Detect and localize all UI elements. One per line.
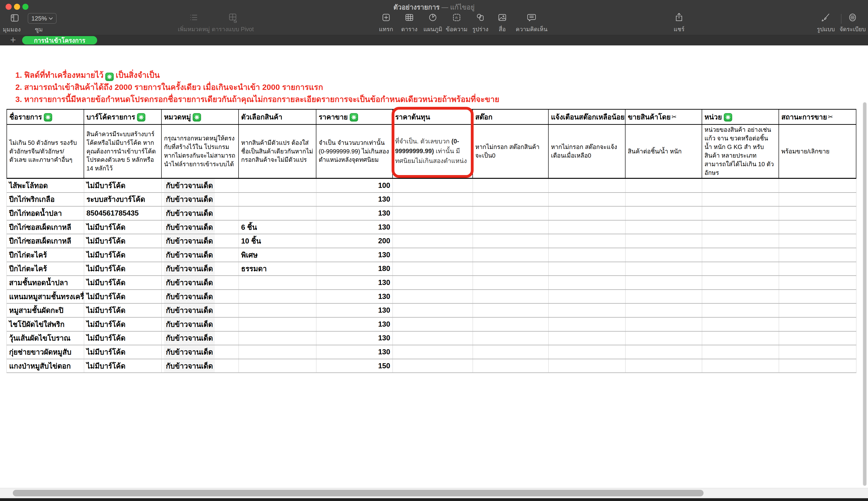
table-cell[interactable]: ระบบสร้างบาร์โค้ด	[84, 193, 162, 207]
column-header[interactable]: ราคาต้นทุน	[393, 110, 473, 125]
media-button[interactable]: สื่อ	[497, 12, 508, 34]
table-cell[interactable]	[239, 303, 316, 318]
table-cell[interactable]	[239, 193, 316, 207]
sheet-tab-active[interactable]: การนำเข้าโครงการ	[22, 36, 97, 44]
table-cell[interactable]: ไม่มีบาร์โค้ด	[84, 234, 162, 248]
table-cell[interactable]	[702, 290, 779, 304]
table-cell[interactable]	[702, 179, 779, 193]
table-button[interactable]: ตาราง	[401, 12, 417, 34]
table-cell[interactable]: 150	[316, 359, 393, 373]
table-cell[interactable]: สามชั้นทอดน้ำปลา	[7, 276, 84, 290]
table-cell[interactable]	[393, 318, 473, 331]
format-button[interactable]: รูปแบบ	[817, 12, 835, 34]
column-header[interactable]: ขายสินค้าโดย✂	[626, 110, 702, 125]
table-cell[interactable]: ไม่มีบาร์โค้ด	[84, 318, 162, 331]
shape-button[interactable]: รูปร่าง	[472, 12, 489, 34]
column-header[interactable]: สถานะการขาย✂	[779, 110, 856, 125]
view-button[interactable]	[9, 13, 20, 24]
table-cell[interactable]	[393, 331, 473, 345]
table-cell[interactable]	[473, 290, 548, 304]
table-cell[interactable]: ไม่มีบาร์โค้ด	[84, 303, 162, 318]
table-cell[interactable]: ไม่มีบาร์โค้ด	[84, 345, 162, 359]
table-cell[interactable]: ไม่มีบาร์โค้ด	[84, 290, 162, 304]
column-header[interactable]: แจ้งเตือนสต๊อกเหลือน้อย	[548, 110, 626, 125]
table-cell[interactable]	[779, 290, 856, 304]
table-cell[interactable]	[626, 179, 702, 193]
table-cell[interactable]: 130	[316, 345, 393, 359]
table-cell[interactable]	[548, 262, 626, 276]
table-cell[interactable]	[702, 345, 779, 359]
table-cell[interactable]	[548, 345, 626, 359]
table-cell[interactable]	[473, 359, 548, 373]
column-header[interactable]: ชื่อรายการ	[7, 110, 84, 125]
table-cell[interactable]: ไม่มีบาร์โค้ด	[84, 179, 162, 193]
table-cell[interactable]	[393, 234, 473, 248]
table-cell[interactable]: 100	[316, 179, 393, 193]
table-cell[interactable]	[779, 248, 856, 262]
table-cell[interactable]	[779, 206, 856, 221]
table-cell[interactable]	[473, 193, 548, 207]
table-cell[interactable]: กับข้าวจานเด็ด	[162, 221, 239, 234]
table-cell[interactable]	[779, 221, 856, 234]
table-cell[interactable]	[779, 318, 856, 331]
table-cell[interactable]	[393, 276, 473, 290]
table-cell[interactable]	[702, 248, 779, 262]
table-cell[interactable]: 180	[316, 262, 393, 276]
table-cell[interactable]	[239, 276, 316, 290]
table-cell[interactable]	[779, 179, 856, 193]
table-cell[interactable]	[548, 359, 626, 373]
table-cell[interactable]: กับข้าวจานเด็ด	[162, 179, 239, 193]
table-cell[interactable]	[779, 359, 856, 373]
column-header[interactable]: ตัวเลือกสินค้า	[239, 110, 316, 125]
table-cell[interactable]	[473, 303, 548, 318]
table-cell[interactable]	[239, 331, 316, 345]
table-cell[interactable]	[702, 331, 779, 345]
table-cell[interactable]: ปีกไก่ซอสเผ็ดเกาหลี	[7, 234, 84, 248]
table-cell[interactable]: 130	[316, 331, 393, 345]
table-cell[interactable]: ธรรมดา	[239, 262, 316, 276]
table-cell[interactable]	[626, 248, 702, 262]
table-cell[interactable]	[626, 359, 702, 373]
horizontal-scrollbar-thumb[interactable]	[13, 490, 703, 496]
table-cell[interactable]: กับข้าวจานเด็ด	[162, 262, 239, 276]
table-cell[interactable]: กับข้าวจานเด็ด	[162, 248, 239, 262]
column-header[interactable]: หน่วย	[702, 110, 779, 125]
column-description[interactable]: พร้อมขาย/เลิกขาย	[779, 125, 856, 179]
table-cell[interactable]: กับข้าวจานเด็ด	[162, 303, 239, 318]
table-cell[interactable]	[626, 276, 702, 290]
column-description[interactable]: กรุณากรอกหมวดหมู่ให้ตรงกับที่สร้างไว้ใน …	[162, 125, 239, 179]
table-cell[interactable]	[473, 206, 548, 221]
table-cell[interactable]	[473, 179, 548, 193]
table-cell[interactable]	[702, 234, 779, 248]
table-cell[interactable]	[473, 262, 548, 276]
table-cell[interactable]	[473, 331, 548, 345]
insert-button[interactable]: แทรก	[379, 12, 393, 34]
table-cell[interactable]	[393, 206, 473, 221]
table-cell[interactable]: 130	[316, 290, 393, 304]
table-cell[interactable]: 130	[316, 193, 393, 207]
table-cell[interactable]	[548, 206, 626, 221]
table-cell[interactable]	[702, 221, 779, 234]
table-cell[interactable]: 130	[316, 206, 393, 221]
column-header[interactable]: หมวดหมู่	[162, 110, 239, 125]
column-header[interactable]: ราคาขาย	[316, 110, 393, 125]
table-cell[interactable]	[393, 359, 473, 373]
table-cell[interactable]	[626, 262, 702, 276]
table-cell[interactable]	[548, 276, 626, 290]
column-description[interactable]: ที่จำเป็น. ตัวเลขบวก (0-99999999.99) เท่…	[393, 125, 473, 179]
column-description[interactable]: สินค้าควรมีระบบสร้างบาร์โค้ดหรือไม่มีบาร…	[84, 125, 162, 179]
table-cell[interactable]: แหนมหมูสามชั้นทรงเครื่อง	[7, 290, 84, 304]
table-cell[interactable]	[473, 318, 548, 331]
column-description[interactable]: หากไม่กรอก สต๊อกจะแจ้งเตือนเมื่อเหลือ0	[548, 125, 626, 179]
table-cell[interactable]: กับข้าวจานเด็ด	[162, 290, 239, 304]
table-cell[interactable]: 130	[316, 221, 393, 234]
table-cell[interactable]	[702, 262, 779, 276]
table-cell[interactable]: 10 ชิ้น	[239, 234, 316, 248]
table-cell[interactable]: กุ่ยช่ายขาวผัดหมูสับ	[7, 345, 84, 359]
table-cell[interactable]	[548, 331, 626, 345]
table-cell[interactable]: ปีกไก่ซอสเผ็ดเกาหลี	[7, 221, 84, 234]
table-cell[interactable]	[779, 276, 856, 290]
table-cell[interactable]	[779, 331, 856, 345]
table-cell[interactable]	[473, 345, 548, 359]
table-cell[interactable]	[548, 221, 626, 234]
